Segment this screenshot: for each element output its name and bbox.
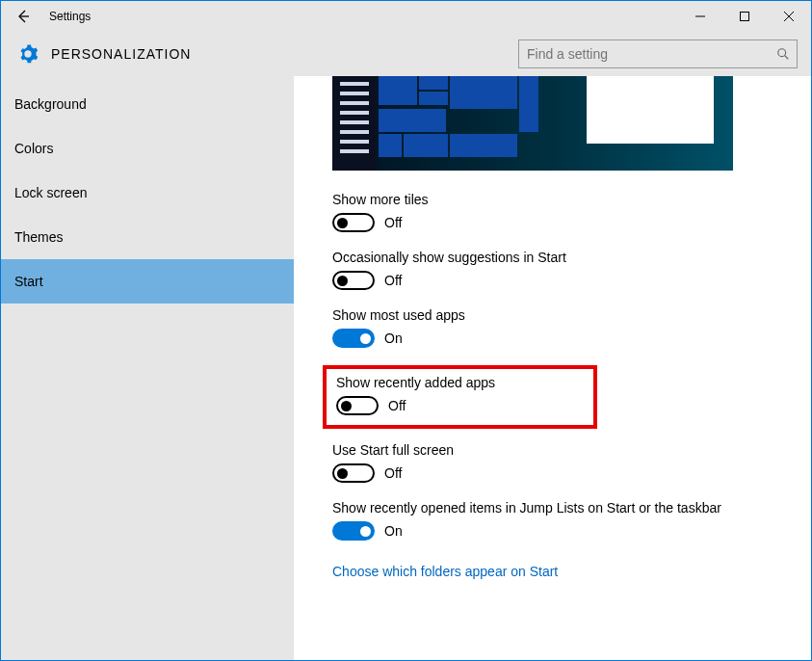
sidebar-item-themes[interactable]: Themes xyxy=(1,215,294,259)
sidebar: Background Colors Lock screen Themes Sta… xyxy=(1,76,294,660)
setting-label: Show most used apps xyxy=(332,307,811,323)
setting-show-more-tiles: Show more tiles Off xyxy=(332,192,811,232)
setting-jump-lists: Show recently opened items in Jump Lists… xyxy=(332,500,811,541)
toggle-state: On xyxy=(384,330,403,346)
setting-suggestions: Occasionally show suggestions in Start O… xyxy=(332,250,811,290)
body: Background Colors Lock screen Themes Sta… xyxy=(1,76,811,660)
sidebar-item-label: Colors xyxy=(14,141,53,156)
choose-folders-link[interactable]: Choose which folders appear on Start xyxy=(332,564,558,579)
gear-icon xyxy=(14,40,41,67)
svg-rect-2 xyxy=(741,13,749,21)
sidebar-item-start[interactable]: Start xyxy=(1,259,294,304)
settings-window: Settings PERSONALIZATION xyxy=(0,0,812,661)
toggle-state: Off xyxy=(384,273,402,288)
sidebar-item-label: Lock screen xyxy=(14,185,87,200)
setting-recently-added: Show recently added apps Off xyxy=(323,365,597,429)
setting-label: Occasionally show suggestions in Start xyxy=(332,250,811,265)
start-preview-image xyxy=(332,76,733,171)
search-input[interactable] xyxy=(518,40,798,68)
toggle-recently-added[interactable] xyxy=(336,396,379,415)
category-title: PERSONALIZATION xyxy=(51,46,191,62)
setting-label: Show recently added apps xyxy=(336,375,495,390)
setting-full-screen: Use Start full screen Off xyxy=(332,442,811,483)
close-button[interactable] xyxy=(767,2,811,31)
sidebar-item-lock-screen[interactable]: Lock screen xyxy=(1,171,294,215)
setting-most-used: Show most used apps On xyxy=(332,307,811,348)
search-wrap xyxy=(518,40,798,68)
toggle-jump-lists[interactable] xyxy=(332,521,375,541)
sidebar-item-label: Start xyxy=(14,274,43,289)
toggle-show-more-tiles[interactable] xyxy=(332,213,375,232)
setting-label: Show recently opened items in Jump Lists… xyxy=(332,500,811,516)
sidebar-item-label: Themes xyxy=(14,229,64,245)
window-title: Settings xyxy=(49,10,91,23)
sidebar-item-background[interactable]: Background xyxy=(1,82,294,126)
header: PERSONALIZATION xyxy=(1,32,811,76)
window-controls xyxy=(678,2,811,31)
toggle-state: On xyxy=(384,523,403,539)
toggle-state: Off xyxy=(384,215,402,230)
sidebar-item-label: Background xyxy=(14,96,87,112)
setting-label: Use Start full screen xyxy=(332,442,811,458)
toggle-state: Off xyxy=(384,465,402,481)
back-button[interactable] xyxy=(9,2,38,31)
toggle-most-used[interactable] xyxy=(332,329,375,348)
toggle-full-screen[interactable] xyxy=(332,463,375,483)
sidebar-item-colors[interactable]: Colors xyxy=(1,126,294,171)
maximize-button[interactable] xyxy=(722,2,767,31)
toggle-state: Off xyxy=(388,398,406,413)
toggle-suggestions[interactable] xyxy=(332,271,375,290)
setting-label: Show more tiles xyxy=(332,192,811,207)
minimize-button[interactable] xyxy=(678,2,722,31)
main-content: Show more tiles Off Occasionally show su… xyxy=(294,76,811,660)
titlebar: Settings xyxy=(1,1,811,32)
